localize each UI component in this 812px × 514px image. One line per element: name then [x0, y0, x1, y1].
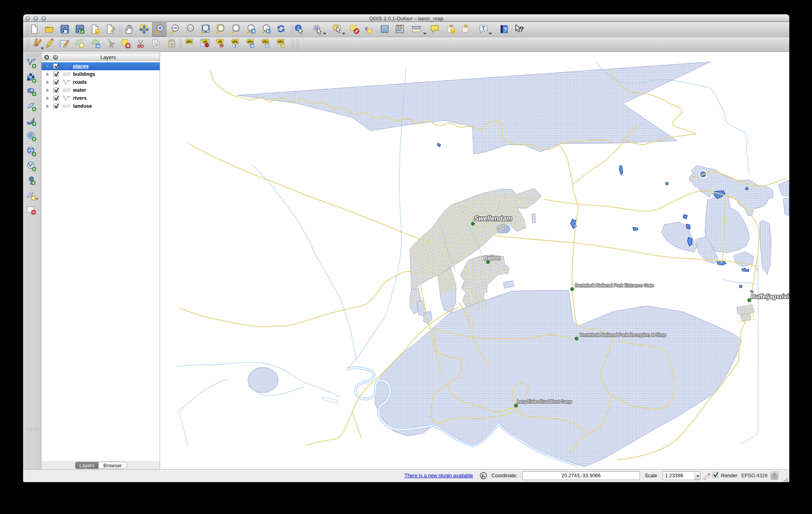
svg-text:Bontebok National Park Entranc: Bontebok National Park Entrance Gate	[575, 283, 654, 288]
svg-text:1:1: 1:1	[188, 26, 193, 30]
svg-text:✱: ✱	[79, 43, 83, 48]
svg-text:ab: ab	[218, 40, 222, 43]
svg-text:abc: abc	[278, 40, 284, 43]
svg-text:ε: ε	[365, 24, 368, 32]
svg-text:Bontebok National Park Recepti: Bontebok National Park Reception & Shop	[580, 332, 666, 337]
svg-text:ab: ab	[203, 40, 207, 43]
svg-text:Swellendam: Swellendam	[474, 215, 512, 222]
svg-text:abc: abc	[248, 40, 254, 43]
svg-text:abc: abc	[263, 40, 269, 43]
svg-text:*: *	[452, 28, 454, 34]
svg-text:abc: abc	[232, 40, 238, 43]
svg-text:abc: abc	[186, 40, 192, 43]
svg-text:*: *	[96, 29, 98, 34]
svg-text:T: T	[482, 26, 485, 31]
svg-text:?: ?	[520, 26, 524, 33]
svg-text:✱: ✱	[32, 196, 36, 200]
svg-text:Railton: Railton	[484, 256, 500, 261]
svg-text:?: ?	[503, 26, 507, 33]
svg-text:Buffeljagsrivier: Buffeljagsrivier	[751, 293, 789, 300]
svg-text:Lang Elsies Kraal Rest Camp: Lang Elsies Kraal Rest Camp	[517, 399, 572, 404]
